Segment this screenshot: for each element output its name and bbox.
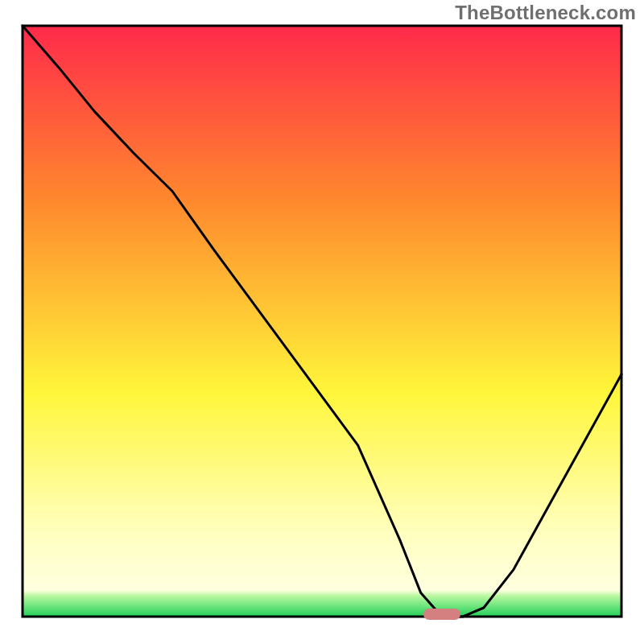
chart-container: TheBottleneck.com [0,0,644,644]
bottleneck-chart [0,0,644,644]
optimal-point-marker [423,609,460,620]
svg-rect-0 [23,26,621,617]
